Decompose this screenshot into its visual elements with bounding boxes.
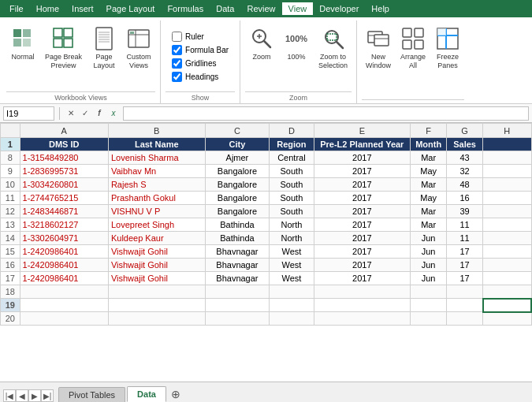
cell-e18[interactable]	[314, 285, 411, 299]
cell-d11[interactable]: South	[270, 192, 314, 205]
page-layout-button[interactable]: PageLayout	[87, 24, 121, 73]
cell-h12[interactable]	[483, 205, 531, 218]
cell-c10[interactable]: Bangalore	[205, 178, 270, 192]
new-window-button[interactable]: NewWindow	[362, 24, 395, 73]
cell-a1[interactable]: DMS ID	[20, 138, 108, 151]
cell-g16[interactable]: 17	[447, 259, 483, 272]
menu-developer[interactable]: Developer	[313, 2, 365, 15]
zoom-selection-button[interactable]: Zoom toSelection	[314, 24, 352, 73]
cell-g12[interactable]: 39	[447, 205, 483, 218]
cell-a19[interactable]	[20, 299, 108, 312]
headings-checkbox[interactable]: Headings	[172, 72, 229, 82]
col-header-H[interactable]: H	[483, 124, 531, 138]
cell-h20[interactable]	[483, 312, 531, 326]
freeze-panes-button[interactable]: FreezePanes	[431, 24, 464, 73]
cell-a11[interactable]: 1-2744765215	[20, 192, 108, 205]
cell-d19[interactable]	[270, 299, 314, 312]
cell-f17[interactable]: Jun	[411, 272, 447, 285]
formula-input[interactable]	[123, 106, 529, 121]
col-header-A[interactable]: A	[20, 124, 108, 138]
cell-h18[interactable]	[483, 285, 531, 299]
cell-c13[interactable]: Bathinda	[205, 218, 270, 232]
menu-help[interactable]: Help	[365, 2, 396, 15]
cell-a13[interactable]: 1-3218602127	[20, 218, 108, 232]
gridlines-checkbox[interactable]: Gridlines	[172, 58, 229, 69]
cell-e1[interactable]: Pre-L2 Planned Year	[314, 138, 411, 151]
cell-c15[interactable]: Bhavnagar	[205, 245, 270, 259]
cell-e10[interactable]: 2017	[314, 178, 411, 192]
cell-f20[interactable]	[411, 312, 447, 326]
cell-a8[interactable]: 1-3154849280	[20, 151, 108, 165]
cell-e19[interactable]	[314, 299, 411, 312]
cell-f18[interactable]	[411, 285, 447, 299]
cell-f13[interactable]: Mar	[411, 218, 447, 232]
cell-d18[interactable]	[270, 285, 314, 299]
cell-g14[interactable]: 11	[447, 232, 483, 245]
cell-e17[interactable]: 2017	[314, 272, 411, 285]
cell-b16[interactable]: Vishwajit Gohil	[108, 259, 205, 272]
cell-c11[interactable]: Bangalore	[205, 192, 270, 205]
cell-c18[interactable]	[205, 285, 270, 299]
cell-b8[interactable]: Lovenish Sharma	[108, 151, 205, 165]
cell-b17[interactable]: Vishwajit Gohil	[108, 272, 205, 285]
col-header-D[interactable]: D	[270, 124, 314, 138]
cell-f9[interactable]: May	[411, 165, 447, 178]
cell-g13[interactable]: 11	[447, 218, 483, 232]
cell-g20[interactable]	[447, 312, 483, 326]
zoom-button[interactable]: Zoom	[245, 24, 278, 64]
cell-h9[interactable]	[483, 165, 531, 178]
cell-g10[interactable]: 48	[447, 178, 483, 192]
cell-b12[interactable]: VISHNU V P	[108, 205, 205, 218]
cell-f1[interactable]: Month	[411, 138, 447, 151]
cell-b11[interactable]: Prashanth Gokul	[108, 192, 205, 205]
cell-e8[interactable]: 2017	[314, 151, 411, 165]
cell-a10[interactable]: 1-3034260801	[20, 178, 108, 192]
cell-f10[interactable]: Mar	[411, 178, 447, 192]
col-header-F[interactable]: F	[411, 124, 447, 138]
cell-h1[interactable]	[483, 138, 531, 151]
menu-home[interactable]: Home	[30, 2, 65, 15]
col-header-E[interactable]: E	[314, 124, 411, 138]
cell-c12[interactable]: Bangalore	[205, 205, 270, 218]
cell-d20[interactable]	[270, 312, 314, 326]
cell-h11[interactable]	[483, 192, 531, 205]
cell-f15[interactable]: Jun	[411, 245, 447, 259]
tab-nav-next[interactable]: ▶	[28, 389, 41, 402]
confirm-formula-icon[interactable]: ✓	[79, 107, 91, 120]
cell-a12[interactable]: 1-2483446871	[20, 205, 108, 218]
cell-e13[interactable]: 2017	[314, 218, 411, 232]
cell-d10[interactable]: South	[270, 178, 314, 192]
cell-g11[interactable]: 16	[447, 192, 483, 205]
cell-e9[interactable]: 2017	[314, 165, 411, 178]
menu-formulas[interactable]: Formulas	[161, 2, 210, 15]
cell-b13[interactable]: Lovepreet Singh	[108, 218, 205, 232]
insert-function-icon[interactable]: f	[93, 107, 106, 120]
cell-g1[interactable]: Sales	[447, 138, 483, 151]
cell-c16[interactable]: Bhavnagar	[205, 259, 270, 272]
menu-insert[interactable]: Insert	[65, 2, 100, 15]
arrange-all-button[interactable]: ArrangeAll	[396, 24, 430, 73]
cell-b14[interactable]: Kuldeep Kaur	[108, 232, 205, 245]
cell-b20[interactable]	[108, 312, 205, 326]
cell-f16[interactable]: Jun	[411, 259, 447, 272]
cell-h13[interactable]	[483, 218, 531, 232]
cell-c17[interactable]: Bhavnagar	[205, 272, 270, 285]
cell-g8[interactable]: 43	[447, 151, 483, 165]
cell-a20[interactable]	[20, 312, 108, 326]
cell-c9[interactable]: Bangalore	[205, 165, 270, 178]
cell-h10[interactable]	[483, 178, 531, 192]
custom-views-button[interactable]: CustomViews	[122, 24, 155, 73]
cell-d1[interactable]: Region	[270, 138, 314, 151]
normal-button[interactable]: Normal	[6, 24, 39, 64]
add-sheet-button[interactable]: ⊕	[168, 386, 184, 402]
cell-d12[interactable]: South	[270, 205, 314, 218]
cell-a18[interactable]	[20, 285, 108, 299]
cell-b9[interactable]: Vaibhav Mn	[108, 165, 205, 178]
cell-f14[interactable]: Jun	[411, 232, 447, 245]
cell-b1[interactable]: Last Name	[108, 138, 205, 151]
cell-h17[interactable]	[483, 272, 531, 285]
cell-e14[interactable]: 2017	[314, 232, 411, 245]
menu-view[interactable]: View	[282, 2, 314, 15]
cell-e12[interactable]: 2017	[314, 205, 411, 218]
cell-a15[interactable]: 1-2420986401	[20, 245, 108, 259]
